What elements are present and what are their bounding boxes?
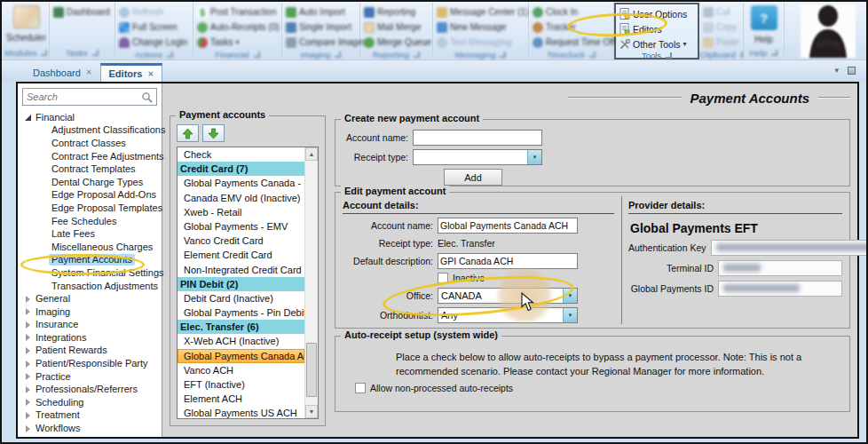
- tree-item[interactable]: Scheduling: [18, 396, 162, 409]
- add-button[interactable]: Add: [444, 169, 502, 186]
- ribbon-button-refresh[interactable]: Refresh: [119, 5, 189, 19]
- chevron-down-icon[interactable]: ▼: [563, 289, 577, 303]
- chevron-down-icon[interactable]: ▼: [527, 150, 541, 164]
- move-down-button[interactable]: [202, 124, 225, 142]
- account-name-input[interactable]: [438, 218, 578, 234]
- payment-account-list-item[interactable]: Canada EMV old (Inactive): [178, 191, 304, 205]
- tree-item[interactable]: Patient Rewards: [18, 345, 162, 358]
- payment-account-list-item[interactable]: Global Payments - Pin Debit: [178, 305, 304, 320]
- payment-account-list-item[interactable]: X-Web ACH (Inactive): [178, 334, 304, 348]
- tab-editors[interactable]: Editors ✕: [100, 63, 163, 82]
- dialog-launcher-icon[interactable]: [771, 50, 777, 56]
- payment-account-list-item[interactable]: Global Payments - EMV: [178, 219, 304, 234]
- new-receipt-type-dropdown[interactable]: ▼: [413, 149, 542, 165]
- default-description-input[interactable]: [438, 253, 578, 269]
- ribbon-button-copy[interactable]: Copy: [703, 20, 739, 34]
- payment-account-list-item[interactable]: EFT (Inactive): [178, 377, 304, 392]
- global-payments-id-input[interactable]: [718, 281, 842, 297]
- ribbon-button-other-tools[interactable]: Other Tools ▾: [619, 37, 694, 51]
- tree-item[interactable]: Fee Schedules: [18, 215, 162, 228]
- dialog-launcher-icon[interactable]: [500, 52, 506, 58]
- payment-account-list-item[interactable]: Elec. Transfer (6): [178, 320, 304, 334]
- payment-account-list-item[interactable]: Element Credit Card: [178, 248, 304, 262]
- ribbon-button-merge-queue[interactable]: Merge Queue: [364, 36, 429, 49]
- tree-item[interactable]: Contract Classes: [18, 137, 162, 150]
- ribbon-button-mail-merge[interactable]: Mail Merge: [364, 20, 429, 34]
- ribbon-button-clock-in[interactable]: Clock In: [533, 5, 610, 19]
- payment-account-list-item[interactable]: Check: [178, 147, 304, 162]
- ribbon-button-request-time-off[interactable]: Request Time Off: [533, 36, 610, 49]
- tree-item[interactable]: Patient/Responsible Party: [18, 357, 162, 370]
- tree-item[interactable]: Late Fees: [18, 227, 162, 241]
- chevron-down-icon[interactable]: ▾: [834, 66, 839, 75]
- ribbon-button-tracker[interactable]: Tracker: [533, 20, 610, 34]
- dialog-launcher-icon[interactable]: [167, 52, 173, 58]
- dialog-launcher-icon[interactable]: [414, 52, 420, 58]
- ribbon-button-scheduler[interactable]: Scheduler: [6, 5, 46, 43]
- ribbon-button-new-message[interactable]: New Message: [437, 20, 525, 34]
- dialog-launcher-icon[interactable]: [92, 50, 99, 56]
- ribbon-button-message-center[interactable]: Message Center (1): [437, 5, 525, 19]
- ribbon-button-cut[interactable]: Cut: [703, 5, 739, 19]
- terminal-id-input[interactable]: [718, 260, 842, 276]
- ribbon-button-auto-import[interactable]: Auto Import: [286, 5, 356, 19]
- ribbon-button-text-messaging[interactable]: Text Messaging: [437, 36, 525, 49]
- dialog-launcher-icon[interactable]: [740, 52, 743, 58]
- scroll-up-icon[interactable]: ▲: [305, 147, 318, 161]
- tab-dashboard[interactable]: Dashboard ✕: [25, 63, 100, 82]
- payment-account-list-item[interactable]: Global Payments Canada - EMV: [178, 176, 304, 190]
- tree-item[interactable]: Workflows: [18, 422, 162, 435]
- ribbon-button-dashboard[interactable]: Dashboard: [53, 5, 111, 19]
- ribbon-button-tasks-menu[interactable]: Tasks▾: [197, 36, 278, 49]
- tree-item[interactable]: Contract Fee Adjustments: [18, 150, 162, 163]
- tree-item[interactable]: Professionals/Referrers: [18, 383, 162, 396]
- tree-item[interactable]: Insurance: [18, 319, 162, 332]
- tree-item[interactable]: Integrations: [18, 331, 162, 345]
- tree-item[interactable]: Dental Charge Types: [18, 176, 162, 189]
- chevron-down-icon[interactable]: ▼: [563, 308, 577, 322]
- close-icon[interactable]: ✕: [147, 70, 154, 78]
- ribbon-button-user-options[interactable]: User Options: [619, 7, 694, 20]
- office-dropdown[interactable]: CANADA ▼: [438, 288, 578, 304]
- tree-item[interactable]: Practice: [18, 370, 162, 384]
- ribbon-button-post-transaction[interactable]: $Post Transaction: [197, 5, 278, 19]
- ribbon-button-reporting[interactable]: Reporting: [364, 5, 429, 19]
- allow-non-processed-checkbox[interactable]: [355, 383, 366, 393]
- dialog-launcher-icon[interactable]: [41, 50, 47, 56]
- new-account-name-input[interactable]: [413, 130, 542, 146]
- ribbon-button-auto-receipts[interactable]: Auto-Receipts (0): [197, 20, 278, 34]
- dialog-launcher-icon[interactable]: [335, 52, 341, 58]
- ribbon-button-editors[interactable]: Editors: [619, 22, 694, 36]
- scrollbar-thumb[interactable]: [306, 343, 317, 397]
- dialog-launcher-icon[interactable]: [666, 52, 672, 59]
- tree-item[interactable]: Transaction Adjustments: [18, 280, 162, 293]
- ribbon-button-change-login[interactable]: Change Login: [119, 36, 189, 49]
- ribbon-button-help[interactable]: ? Help: [751, 5, 777, 44]
- tree-item[interactable]: Payment Accounts: [18, 254, 162, 267]
- ribbon-button-full-screen[interactable]: Full Screen: [119, 20, 189, 34]
- payment-account-list-item[interactable]: PIN Debit (2): [178, 277, 304, 291]
- move-up-button[interactable]: [177, 124, 199, 142]
- payment-account-list-item[interactable]: Vanco ACH: [178, 363, 304, 377]
- tree-item[interactable]: System Financial Settings: [18, 266, 162, 280]
- search-input[interactable]: [27, 91, 141, 102]
- authentication-key-input[interactable]: [711, 240, 868, 256]
- orthodontist-dropdown[interactable]: Any ▼: [438, 307, 578, 323]
- payment-account-list-item[interactable]: Global Payments US ACH: [178, 406, 304, 419]
- payment-account-list-item[interactable]: Credit Card (7): [178, 162, 304, 176]
- close-icon[interactable]: ✕: [86, 68, 92, 76]
- inactive-checkbox[interactable]: [438, 273, 448, 283]
- tree-item[interactable]: Treatment: [18, 409, 162, 423]
- pin-panel-icon[interactable]: [848, 67, 856, 75]
- payment-account-list-item[interactable]: Global Payments Canada ACH: [178, 349, 304, 363]
- payment-account-list-item[interactable]: Non-Integrated Credit Card: [178, 263, 304, 277]
- ribbon-button-single-import[interactable]: Single Import: [286, 20, 356, 34]
- payment-account-list-item[interactable]: Debit Card (Inactive): [178, 291, 304, 305]
- payment-account-list-item[interactable]: Vanco Credit Card: [178, 234, 304, 248]
- ribbon-button-paste[interactable]: Paste: [703, 36, 739, 49]
- tree-item[interactable]: Imaging: [18, 305, 162, 319]
- tree-item[interactable]: Edge Proposal Add-Ons: [18, 189, 162, 202]
- list-scrollbar[interactable]: ▲ ▼: [304, 147, 318, 418]
- tree-item[interactable]: Adjustment Classifications: [18, 124, 162, 138]
- tree-item[interactable]: Miscellaneous Charges: [18, 241, 162, 254]
